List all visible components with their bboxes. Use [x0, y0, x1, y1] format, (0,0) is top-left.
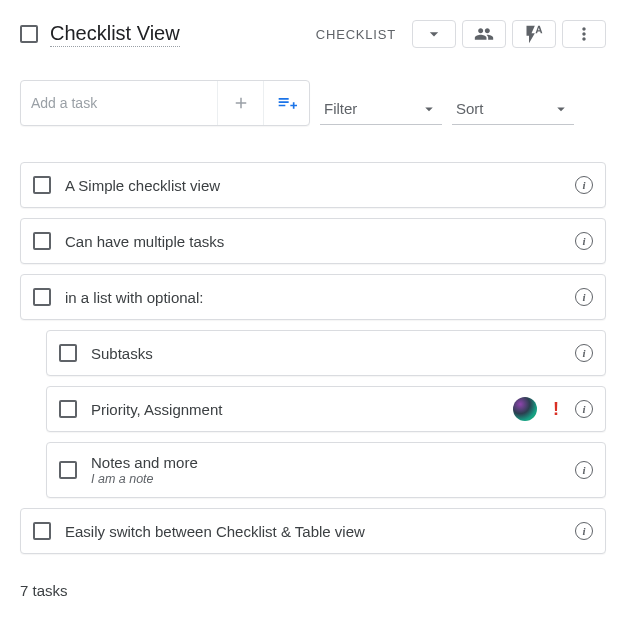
- task-title: in a list with optional:: [65, 289, 561, 306]
- plus-icon: [232, 94, 250, 112]
- view-type-label: CHECKLIST: [312, 27, 406, 42]
- filter-dropdown[interactable]: Filter: [320, 96, 442, 125]
- sort-label: Sort: [456, 100, 484, 117]
- sort-dropdown[interactable]: Sort: [452, 96, 574, 125]
- info-icon[interactable]: i: [575, 288, 593, 306]
- caret-down-icon: [552, 100, 570, 118]
- caret-down-icon: [424, 24, 444, 44]
- playlist-add-icon: [277, 93, 297, 113]
- task-checkbox[interactable]: [59, 400, 77, 418]
- task-title: Easily switch between Checklist & Table …: [65, 523, 561, 540]
- task-title: A Simple checklist view: [65, 177, 561, 194]
- task-row[interactable]: A Simple checklist viewi: [20, 162, 606, 208]
- controls-row: Filter Sort: [20, 80, 606, 126]
- people-button[interactable]: [462, 20, 506, 48]
- task-title: Can have multiple tasks: [65, 233, 561, 250]
- task-row[interactable]: Subtasksi: [46, 330, 606, 376]
- task-row[interactable]: in a list with optional:i: [20, 274, 606, 320]
- task-row[interactable]: Notes and moreI am a notei: [46, 442, 606, 498]
- header-left: Checklist View: [20, 22, 304, 47]
- priority-icon[interactable]: !: [551, 399, 561, 420]
- task-list: A Simple checklist viewiCan have multipl…: [20, 162, 606, 554]
- task-checkbox[interactable]: [33, 522, 51, 540]
- task-title: Subtasks: [91, 345, 561, 362]
- task-count: 7 tasks: [20, 582, 606, 599]
- header-controls: CHECKLIST: [312, 20, 606, 48]
- auto-button[interactable]: [512, 20, 556, 48]
- task-row[interactable]: Can have multiple tasksi: [20, 218, 606, 264]
- task-checkbox[interactable]: [33, 288, 51, 306]
- assignee-avatar[interactable]: [513, 397, 537, 421]
- more-vert-icon: [574, 24, 594, 44]
- task-body: Priority, Assignment: [91, 401, 499, 418]
- select-all-checkbox[interactable]: [20, 25, 38, 43]
- flash-auto-icon: [524, 24, 544, 44]
- task-note: I am a note: [91, 472, 561, 486]
- task-body: A Simple checklist view: [65, 177, 561, 194]
- task-body: Can have multiple tasks: [65, 233, 561, 250]
- task-body: in a list with optional:: [65, 289, 561, 306]
- add-task-input[interactable]: [21, 81, 217, 125]
- page-title[interactable]: Checklist View: [50, 22, 180, 47]
- task-body: Subtasks: [91, 345, 561, 362]
- task-checkbox[interactable]: [33, 176, 51, 194]
- header: Checklist View CHECKLIST: [20, 20, 606, 48]
- task-checkbox[interactable]: [59, 344, 77, 362]
- add-task-detail-button[interactable]: [263, 81, 309, 125]
- info-icon[interactable]: i: [575, 461, 593, 479]
- task-row[interactable]: Easily switch between Checklist & Table …: [20, 508, 606, 554]
- task-checkbox[interactable]: [59, 461, 77, 479]
- task-body: Notes and moreI am a note: [91, 454, 561, 486]
- more-button[interactable]: [562, 20, 606, 48]
- info-icon[interactable]: i: [575, 232, 593, 250]
- people-icon: [474, 24, 494, 44]
- task-checkbox[interactable]: [33, 232, 51, 250]
- add-task-box: [20, 80, 310, 126]
- task-body: Easily switch between Checklist & Table …: [65, 523, 561, 540]
- task-title: Priority, Assignment: [91, 401, 499, 418]
- view-dropdown-button[interactable]: [412, 20, 456, 48]
- info-icon[interactable]: i: [575, 176, 593, 194]
- add-task-plus-button[interactable]: [217, 81, 263, 125]
- info-icon[interactable]: i: [575, 400, 593, 418]
- task-row[interactable]: Priority, Assignment!i: [46, 386, 606, 432]
- caret-down-icon: [420, 100, 438, 118]
- info-icon[interactable]: i: [575, 522, 593, 540]
- task-title: Notes and more: [91, 454, 561, 471]
- filter-label: Filter: [324, 100, 357, 117]
- info-icon[interactable]: i: [575, 344, 593, 362]
